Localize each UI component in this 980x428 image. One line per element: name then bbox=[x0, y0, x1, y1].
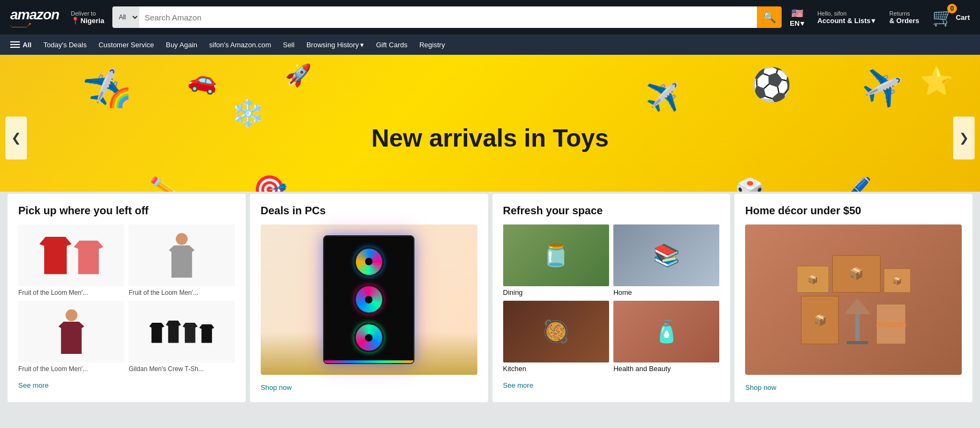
search-button[interactable]: 🔍 bbox=[757, 6, 782, 28]
hero-prev-button[interactable]: ❮ bbox=[5, 117, 27, 159]
toy-star-icon: ⭐ bbox=[920, 66, 953, 97]
language-selector[interactable]: 🇺🇸 EN ▾ bbox=[786, 5, 808, 30]
search-bar: All 🔍 bbox=[112, 6, 782, 28]
deals-pcs-shop-now[interactable]: Shop now bbox=[261, 383, 292, 391]
nav-item-todays-deals[interactable]: Today's Deals bbox=[38, 34, 93, 55]
dining-label: Dining bbox=[503, 288, 609, 296]
category-dining[interactable]: 🫙 Dining bbox=[503, 224, 609, 296]
home-decor-image[interactable]: 📦 📦 📦 📦 bbox=[745, 224, 962, 375]
nav-item-sifons-amazon[interactable]: sifon's Amazon.com bbox=[203, 34, 277, 55]
toy-ball-icon: ⚽ bbox=[752, 66, 792, 104]
product-item-1[interactable]: Fruit of the Loom Men'... bbox=[18, 224, 124, 296]
amazon-logo[interactable]: amazon ._____↗ bbox=[6, 5, 63, 30]
nav-item-gift-cards[interactable]: Gift Cards bbox=[370, 34, 413, 55]
cart[interactable]: 🛒 0 Cart bbox=[928, 4, 974, 30]
product-label-3: Fruit of the Loom Men'... bbox=[18, 365, 124, 373]
returns-orders[interactable]: Returns & Orders bbox=[884, 8, 924, 27]
search-input[interactable] bbox=[139, 6, 757, 28]
product-item-4[interactable]: Gildan Men's Crew T-Sh... bbox=[128, 301, 234, 373]
category-home[interactable]: 📚 Home bbox=[613, 224, 719, 296]
nav-item-customer-service[interactable]: Customer Service bbox=[92, 34, 160, 55]
category-health-beauty[interactable]: 🧴 Health and Beauty bbox=[613, 301, 719, 373]
card-pick-up-title: Pick up where you left off bbox=[18, 205, 235, 217]
card-home-decor: Home décor under $50 📦 📦 📦 bbox=[734, 194, 972, 402]
card-home-decor-title: Home décor under $50 bbox=[745, 205, 962, 217]
kitchen-label: Kitchen bbox=[503, 365, 609, 373]
hero-title-container: New arrivals in Toys bbox=[371, 124, 609, 153]
refresh-space-see-more[interactable]: See more bbox=[503, 381, 533, 389]
location-pin-icon: 📍 bbox=[71, 17, 80, 25]
nav-item-sell[interactable]: Sell bbox=[277, 34, 301, 55]
product-label-2: Fruit of the Loom Men'... bbox=[128, 289, 234, 296]
toy-snowflake-icon: ❄️ bbox=[231, 98, 264, 129]
product-label-4: Gildan Men's Crew T-Sh... bbox=[128, 365, 234, 373]
card-pick-up: Pick up where you left off Fruit of the … bbox=[8, 194, 246, 402]
flag-icon: 🇺🇸 bbox=[791, 8, 803, 19]
card-deals-pcs-title: Deals in PCs bbox=[261, 205, 477, 217]
search-category-select[interactable]: All bbox=[112, 6, 139, 28]
home-label: Home bbox=[613, 288, 719, 296]
home-decor-shop-now[interactable]: Shop now bbox=[745, 383, 776, 391]
hero-next-button[interactable]: ❯ bbox=[953, 117, 975, 159]
toy-rainbow-icon: 🌈 bbox=[108, 87, 131, 109]
nav-item-browsing-history[interactable]: Browsing History ▾ bbox=[301, 34, 370, 55]
dropdown-arrow-icon: ▾ bbox=[800, 19, 804, 27]
pick-up-see-more[interactable]: See more bbox=[18, 381, 48, 389]
nav-item-registry[interactable]: Registry bbox=[413, 34, 451, 55]
toy-plane3-icon: ✈️ bbox=[857, 66, 904, 111]
browsing-history-dropdown-icon: ▾ bbox=[360, 41, 364, 49]
deliver-to[interactable]: Deliver to 📍 Nigeria bbox=[67, 8, 108, 27]
account-menu[interactable]: Hello, sifon Account & Lists ▾ bbox=[812, 8, 880, 27]
cards-section: Pick up where you left off Fruit of the … bbox=[0, 192, 980, 415]
product-label-1: Fruit of the Loom Men'... bbox=[18, 289, 124, 296]
navbar: All Today's Deals Customer Service Buy A… bbox=[0, 34, 980, 55]
cart-count-badge: 0 bbox=[947, 4, 957, 13]
account-dropdown-icon: ▾ bbox=[871, 17, 875, 25]
search-icon: 🔍 bbox=[763, 11, 776, 24]
toy-rocket-icon: 🚀 bbox=[285, 63, 312, 88]
card-refresh-space: Refresh your space 🫙 Dining 📚 Home 🥘 bbox=[492, 194, 731, 402]
category-kitchen[interactable]: 🥘 Kitchen bbox=[503, 301, 609, 373]
pc-image-container[interactable] bbox=[261, 224, 477, 375]
health-beauty-label: Health and Beauty bbox=[613, 365, 719, 373]
hamburger-icon bbox=[10, 41, 20, 48]
hero-title: New arrivals in Toys bbox=[371, 124, 609, 153]
navbar-all[interactable]: All bbox=[4, 34, 38, 55]
toy-car-icon: 🚗 bbox=[186, 63, 220, 97]
product-item-3[interactable]: Fruit of the Loom Men'... bbox=[18, 301, 124, 373]
product-item-2[interactable]: Fruit of the Loom Men'... bbox=[128, 224, 234, 296]
card-refresh-space-title: Refresh your space bbox=[503, 205, 720, 217]
toy-plane2-icon: ✈️ bbox=[646, 82, 679, 113]
card-deals-pcs: Deals in PCs Shop now bbox=[250, 194, 488, 402]
nav-item-buy-again[interactable]: Buy Again bbox=[160, 34, 203, 55]
